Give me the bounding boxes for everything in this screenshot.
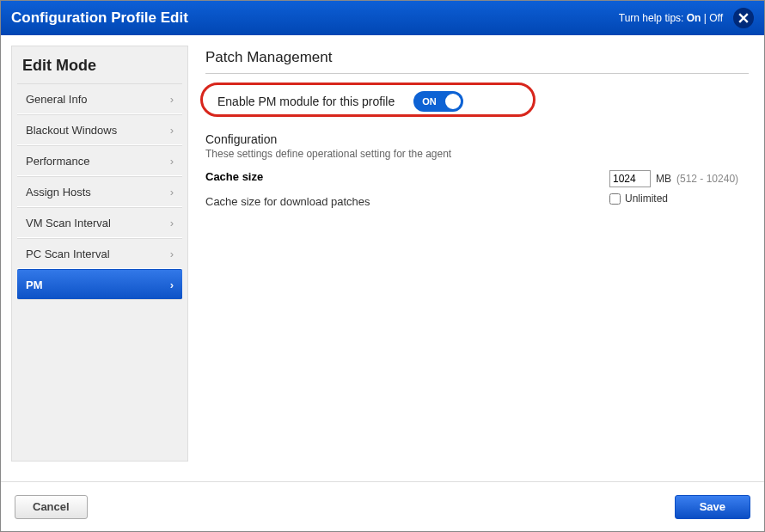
chevron-right-icon: › (170, 155, 174, 168)
close-button[interactable] (733, 8, 754, 28)
cache-size-row: Cache size Cache size for download patch… (205, 170, 749, 208)
sidebar-item-label: Assign Hosts (26, 186, 91, 199)
chevron-right-icon: › (170, 278, 174, 291)
enable-module-row: Enable PM module for this profile ON (205, 86, 749, 117)
sidebar-item-label: VM Scan Interval (26, 217, 111, 229)
cache-size-description: Cache size for download patches (205, 195, 609, 208)
chevron-right-icon: › (170, 93, 174, 106)
configuration-heading: Configuration (205, 132, 749, 146)
dialog-title: Configuration Profile Edit (11, 9, 188, 27)
sidebar-item-label: General Info (26, 93, 88, 106)
content: Edit Mode General Info › Blackout Window… (1, 35, 764, 472)
main-panel: Patch Management Enable PM module for th… (200, 46, 754, 462)
chevron-right-icon: › (170, 186, 174, 199)
sidebar-title: Edit Mode (17, 55, 182, 83)
save-button[interactable]: Save (675, 495, 750, 519)
help-on[interactable]: On (687, 12, 701, 24)
unlimited-label: Unlimited (625, 193, 668, 205)
sidebar-item-label: PM (26, 278, 43, 291)
cache-size-label: Cache size (205, 170, 609, 183)
chevron-right-icon: › (170, 248, 174, 260)
enable-module-toggle[interactable]: ON (413, 91, 463, 112)
help-off[interactable]: Off (709, 12, 723, 24)
sidebar-item-pm[interactable]: PM › (17, 269, 182, 300)
chevron-right-icon: › (170, 124, 174, 137)
sidebar: Edit Mode General Info › Blackout Window… (11, 46, 188, 462)
sidebar-item-label: Performance (26, 155, 89, 168)
titlebar: Configuration Profile Edit Turn help tip… (1, 1, 764, 35)
toggle-knob (445, 94, 461, 109)
footer: Cancel Save (1, 481, 764, 531)
cache-size-controls: MB (512 - 10240) Unlimited (609, 170, 738, 205)
sidebar-item-blackout-windows[interactable]: Blackout Windows › (17, 114, 182, 145)
sidebar-item-label: PC Scan Interval (26, 248, 110, 260)
chevron-right-icon: › (170, 217, 174, 229)
configuration-subtext: These settings define operational settin… (205, 148, 749, 160)
unlimited-checkbox[interactable] (609, 193, 621, 205)
sidebar-item-general-info[interactable]: General Info › (17, 83, 182, 114)
sidebar-item-label: Blackout Windows (26, 124, 117, 137)
cache-size-range: (512 - 10240) (676, 173, 738, 185)
toggle-state-text: ON (422, 96, 437, 107)
sidebar-item-vm-scan-interval[interactable]: VM Scan Interval › (17, 207, 182, 238)
sidebar-item-performance[interactable]: Performance › (17, 145, 182, 176)
close-icon (738, 13, 749, 23)
titlebar-right: Turn help tips: On | Off (619, 8, 754, 28)
cache-size-unit: MB (656, 173, 671, 185)
sidebar-item-pc-scan-interval[interactable]: PC Scan Interval › (17, 238, 182, 269)
help-tips-toggle[interactable]: Turn help tips: On | Off (619, 12, 723, 24)
sidebar-item-assign-hosts[interactable]: Assign Hosts › (17, 176, 182, 207)
cancel-button[interactable]: Cancel (15, 495, 88, 519)
main-title: Patch Management (205, 49, 749, 74)
cache-size-input[interactable] (609, 170, 651, 187)
enable-module-label: Enable PM module for this profile (217, 95, 395, 108)
unlimited-option[interactable]: Unlimited (609, 193, 738, 205)
